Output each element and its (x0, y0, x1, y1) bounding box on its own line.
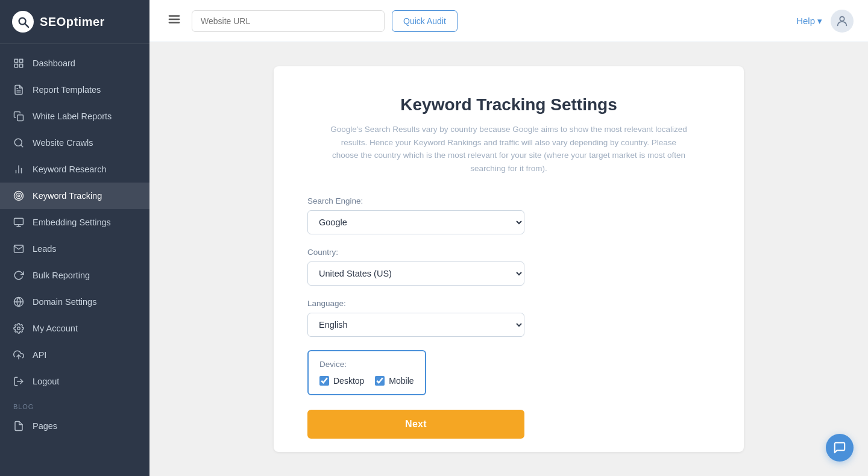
language-select[interactable]: English Spanish French German Portuguese (307, 313, 524, 337)
device-group: Device: Desktop Mobile (307, 350, 710, 395)
svg-rect-5 (14, 64, 17, 67)
content-area: Keyword Tracking Settings Google's Searc… (149, 42, 868, 476)
desktop-checkbox[interactable] (319, 376, 329, 386)
refresh-icon (13, 270, 24, 281)
logo-icon (12, 11, 34, 33)
chat-icon (833, 441, 846, 454)
device-label: Device: (319, 360, 414, 369)
mobile-checkbox[interactable] (375, 376, 385, 386)
target-icon (13, 190, 24, 201)
sidebar-item-label: Report Templates (33, 85, 101, 95)
sidebar-item-label: Bulk Reporting (33, 271, 90, 280)
avatar-icon (835, 14, 849, 28)
search-engine-group: Search Engine: Google Bing Yahoo (307, 196, 710, 234)
page-title: Keyword Tracking Settings (307, 95, 710, 114)
sidebar-item-label: Dashboard (33, 58, 75, 68)
sidebar-item-leads[interactable]: Leads (0, 236, 149, 262)
svg-rect-4 (20, 64, 23, 67)
header-right: Help ▾ (796, 10, 854, 33)
sidebar-item-label: My Account (33, 324, 78, 333)
svg-rect-8 (17, 115, 24, 121)
sidebar-item-report-templates[interactable]: Report Templates (0, 77, 149, 103)
desktop-checkbox-label[interactable]: Desktop (319, 376, 364, 386)
sidebar-item-label: Keyword Research (33, 164, 107, 174)
svg-line-10 (20, 145, 22, 146)
sidebar-item-bulk-reporting[interactable]: Bulk Reporting (0, 262, 149, 289)
sidebar-item-label: White Label Reports (33, 111, 112, 121)
mail-icon (13, 243, 24, 254)
page-subtitle: Google's Search Results vary by country … (328, 123, 690, 175)
sidebar-item-label: Embedding Settings (33, 218, 111, 227)
main-area: Quick Audit Help ▾ Keyword Tracking Sett… (149, 0, 868, 476)
sidebar-item-dashboard[interactable]: Dashboard (0, 50, 149, 77)
svg-rect-3 (20, 59, 23, 62)
mobile-label: Mobile (389, 376, 414, 386)
search-engine-select[interactable]: Google Bing Yahoo (307, 210, 524, 234)
sidebar-item-label: Keyword Tracking (33, 191, 102, 201)
hamburger-button[interactable] (164, 9, 184, 33)
help-label: Help (796, 16, 815, 26)
blog-section-label: Blog (0, 395, 149, 413)
upload-icon (13, 349, 24, 360)
sidebar-item-keyword-tracking[interactable]: Keyword Tracking (0, 183, 149, 209)
search-icon (13, 137, 24, 148)
sidebar-item-pages[interactable]: Pages (0, 413, 149, 439)
sidebar-item-white-label[interactable]: White Label Reports (0, 103, 149, 130)
sidebar-item-label: Domain Settings (33, 297, 96, 307)
header: Quick Audit Help ▾ (149, 0, 868, 42)
svg-point-0 (19, 18, 26, 25)
help-button[interactable]: Help ▾ (796, 16, 822, 27)
svg-rect-2 (14, 59, 17, 62)
chat-bubble-button[interactable] (826, 434, 854, 462)
sidebar-item-label: Website Crawls (33, 138, 93, 148)
sidebar-item-label: API (33, 350, 46, 360)
copy-icon (13, 111, 24, 122)
sidebar-item-api[interactable]: API (0, 342, 149, 368)
sidebar-item-website-crawls[interactable]: Website Crawls (0, 130, 149, 156)
sidebar-item-my-account[interactable]: My Account (0, 315, 149, 342)
sidebar-logo: SEOptimer (0, 0, 149, 44)
svg-point-16 (18, 195, 20, 197)
grid-icon (13, 58, 24, 69)
sidebar: SEOptimer Dashboard Report Templates Whi… (0, 0, 149, 476)
sidebar-item-embedding-settings[interactable]: Embedding Settings (0, 209, 149, 236)
svg-rect-17 (14, 218, 24, 225)
svg-point-15 (16, 193, 22, 199)
country-label: Country: (307, 248, 710, 257)
sidebar-item-label: Leads (33, 244, 57, 254)
bar-chart-icon (13, 164, 24, 175)
sidebar-item-domain-settings[interactable]: Domain Settings (0, 289, 149, 315)
sidebar-item-keyword-research[interactable]: Keyword Research (0, 156, 149, 183)
search-engine-label: Search Engine: (307, 196, 710, 205)
settings-icon (13, 323, 24, 334)
svg-point-28 (840, 16, 844, 20)
monitor-icon (13, 217, 24, 228)
mobile-checkbox-label[interactable]: Mobile (375, 376, 414, 386)
device-checkboxes: Desktop Mobile (319, 376, 414, 386)
avatar-button[interactable] (831, 10, 854, 33)
file-text-icon (13, 84, 24, 95)
sidebar-item-label: Pages (33, 421, 57, 431)
next-button[interactable]: Next (307, 410, 524, 439)
url-input[interactable] (192, 10, 385, 32)
sidebar-nav: Dashboard Report Templates White Label R… (0, 44, 149, 476)
logo-text: SEOptimer (40, 15, 105, 29)
file-icon (13, 421, 24, 431)
quick-audit-button[interactable]: Quick Audit (392, 10, 458, 32)
help-caret-icon: ▾ (817, 16, 822, 27)
sidebar-item-label: Logout (33, 377, 59, 386)
sidebar-item-logout[interactable]: Logout (0, 368, 149, 395)
device-box: Device: Desktop Mobile (307, 350, 426, 395)
country-select[interactable]: United States (US) United Kingdom (GB) C… (307, 261, 524, 286)
country-group: Country: United States (US) United Kingd… (307, 248, 710, 286)
language-label: Language: (307, 299, 710, 308)
form-card: Keyword Tracking Settings Google's Searc… (274, 66, 744, 452)
desktop-label: Desktop (333, 376, 364, 386)
language-group: Language: English Spanish French German … (307, 299, 710, 337)
globe-icon (13, 296, 24, 307)
svg-line-1 (25, 24, 28, 27)
svg-point-22 (17, 327, 20, 330)
menu-icon (168, 13, 181, 26)
log-out-icon (13, 376, 24, 387)
